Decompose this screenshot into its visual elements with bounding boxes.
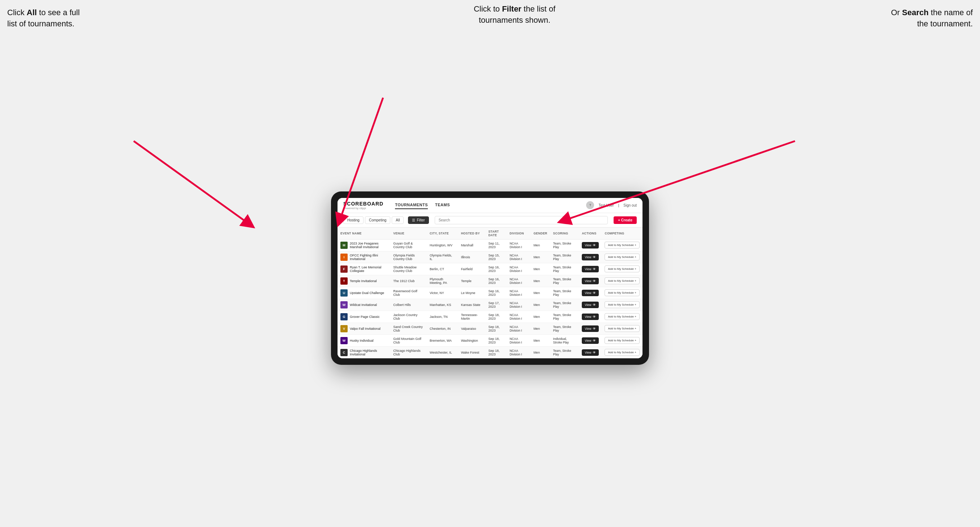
cell-start-date: Sep 18, 2023 — [485, 346, 507, 358]
col-start-date: START DATE — [485, 227, 507, 240]
view-button[interactable]: View 👁 — [582, 314, 599, 320]
add-to-schedule-button[interactable]: Add to My Schedule + — [605, 265, 640, 272]
filter-tab-group: Hosting Competing All — [343, 216, 404, 224]
view-button[interactable]: View 👁 — [582, 325, 599, 332]
add-to-schedule-button[interactable]: Add to My Schedule + — [605, 254, 640, 260]
add-to-schedule-button[interactable]: Add to My Schedule + — [605, 278, 640, 284]
cell-event-name: G Grover Page Classic — [337, 311, 390, 322]
cell-competing: Add to My Schedule + — [602, 251, 643, 263]
view-button[interactable]: View 👁 — [582, 278, 599, 284]
eye-icon: 👁 — [593, 279, 596, 283]
cell-hosted-by: Valparaiso — [458, 322, 486, 335]
add-to-schedule-button[interactable]: Add to My Schedule + — [605, 349, 640, 356]
add-to-schedule-button[interactable]: Add to My Schedule + — [605, 289, 640, 296]
team-logo: I — [340, 254, 348, 261]
create-button[interactable]: + Create — [614, 216, 637, 224]
view-button[interactable]: View 👁 — [582, 242, 599, 249]
team-logo: F — [340, 265, 348, 273]
cell-start-date: Sep 18, 2023 — [485, 335, 507, 346]
cell-division: NCAA Division I — [507, 275, 530, 287]
cell-actions: View 👁 — [579, 263, 602, 275]
col-venue: VENUE — [390, 227, 427, 240]
cell-actions: View 👁 — [579, 287, 602, 299]
event-name-text: Temple Invitational — [350, 279, 377, 283]
view-button[interactable]: View 👁 — [582, 290, 599, 296]
search-input[interactable] — [435, 216, 608, 224]
eye-icon: 👁 — [593, 256, 596, 259]
view-button[interactable]: View 👁 — [582, 337, 599, 344]
table-row: W Wildcat Invitational Colbert Hills Man… — [337, 299, 643, 311]
cell-venue: Ravenwood Golf Club — [390, 287, 427, 299]
tab-competing[interactable]: Competing — [365, 216, 390, 224]
table-row: I OFCC Fighting Illini Invitational Olym… — [337, 251, 643, 263]
nav-tab-teams[interactable]: TEAMS — [435, 201, 450, 209]
nav-tabs: TOURNAMENTS TEAMS — [395, 201, 450, 209]
cell-competing: Add to My Schedule + — [602, 311, 643, 322]
cell-city-state: Victor, NY — [427, 287, 458, 299]
sign-out-link[interactable]: Sign out — [623, 203, 637, 207]
cell-start-date: Sep 16, 2023 — [485, 263, 507, 275]
cell-city-state: Olympia Fields, IL — [427, 251, 458, 263]
col-scoring: SCORING — [550, 227, 579, 240]
table-row: V Valpo Fall Invitational Sand Creek Cou… — [337, 322, 643, 335]
cell-division: NCAA Division I — [507, 287, 530, 299]
cell-venue: Olympia Fields Country Club — [390, 251, 427, 263]
add-to-schedule-button[interactable]: Add to My Schedule + — [605, 313, 640, 320]
eye-icon: 👁 — [593, 327, 596, 330]
cell-division: NCAA Division I — [507, 299, 530, 311]
view-button[interactable]: View 👁 — [582, 349, 599, 356]
col-competing: COMPETING — [602, 227, 643, 240]
event-name-text: Upstate Dual Challenge — [350, 291, 384, 295]
toolbar: Hosting Competing All ☰ Filter + Create — [337, 213, 643, 227]
add-to-schedule-button[interactable]: Add to My Schedule + — [605, 242, 640, 249]
cell-hosted-by: Illinois — [458, 251, 486, 263]
cell-gender: Men — [530, 275, 550, 287]
col-event-name: EVENT NAME — [337, 227, 390, 240]
table-container: EVENT NAME VENUE CITY, STATE HOSTED BY S… — [337, 227, 643, 358]
team-logo: W — [340, 337, 348, 344]
cell-start-date: Sep 16, 2023 — [485, 275, 507, 287]
tab-all[interactable]: All — [392, 216, 404, 224]
cell-city-state: Huntington, WV — [427, 239, 458, 251]
eye-icon: 👁 — [593, 243, 596, 247]
cell-gender: Men — [530, 251, 550, 263]
cell-actions: View 👁 — [579, 322, 602, 335]
avatar: T — [586, 201, 594, 209]
filter-button[interactable]: ☰ Filter — [408, 216, 429, 224]
cell-city-state: Bremerton, WA — [427, 335, 458, 346]
cell-event-name: T Temple Invitational — [337, 275, 390, 287]
cell-competing: Add to My Schedule + — [602, 287, 643, 299]
cell-start-date: Sep 11, 2023 — [485, 239, 507, 251]
cell-division: NCAA Division I — [507, 251, 530, 263]
cell-venue: Chicago Highlands Club — [390, 346, 427, 358]
view-button[interactable]: View 👁 — [582, 254, 599, 260]
add-to-schedule-button[interactable]: Add to My Schedule + — [605, 337, 640, 344]
cell-event-name: U Upstate Dual Challenge — [337, 287, 390, 299]
table-row: M 2023 Joe Feaganes Marshall Invitationa… — [337, 239, 643, 251]
filter-label: Filter — [417, 218, 425, 222]
separator: | — [618, 203, 619, 207]
tab-hosting[interactable]: Hosting — [343, 216, 364, 224]
cell-hosted-by: Tennessee-Martin — [458, 311, 486, 322]
cell-gender: Men — [530, 263, 550, 275]
view-button[interactable]: View 👁 — [582, 302, 599, 308]
add-to-schedule-button[interactable]: Add to My Schedule + — [605, 301, 640, 308]
cell-division: NCAA Division I — [507, 346, 530, 358]
cell-actions: View 👁 — [579, 251, 602, 263]
cell-division: NCAA Division I — [507, 322, 530, 335]
nav-tab-tournaments[interactable]: TOURNAMENTS — [395, 201, 428, 209]
cell-venue: Gold Mountain Golf Club — [390, 335, 427, 346]
view-button[interactable]: View 👁 — [582, 266, 599, 272]
cell-actions: View 👁 — [579, 299, 602, 311]
annotation-top-right: Or Search the name of the tournament. — [879, 7, 973, 30]
cell-venue: Sand Creek Country Club — [390, 322, 427, 335]
svg-line-0 — [134, 141, 249, 224]
eye-icon: 👁 — [593, 351, 596, 354]
col-actions: ACTIONS — [579, 227, 602, 240]
table-header: EVENT NAME VENUE CITY, STATE HOSTED BY S… — [337, 227, 643, 240]
cell-city-state: Chesterton, IN — [427, 322, 458, 335]
add-to-schedule-button[interactable]: Add to My Schedule + — [605, 325, 640, 332]
cell-start-date: Sep 15, 2023 — [485, 251, 507, 263]
cell-scoring: Team, Stroke Play — [550, 275, 579, 287]
annotation-top-center: Click to Filter the list of tournaments … — [453, 3, 576, 26]
